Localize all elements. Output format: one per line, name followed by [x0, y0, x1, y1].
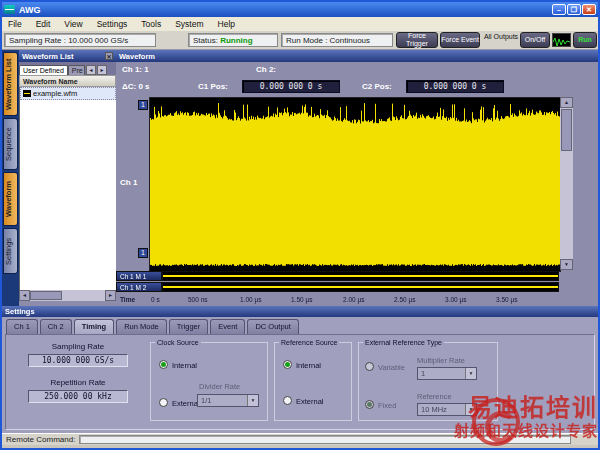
- run-mode-readout: Run Mode : Continuous: [281, 33, 393, 47]
- scroll-up-icon[interactable]: ▲: [560, 97, 573, 108]
- waveform-list-title: Waveform List: [22, 52, 73, 61]
- waveform-vscrollbar[interactable]: ▲ ▼: [560, 97, 573, 270]
- time-tick-2: 1.00 µs: [240, 296, 261, 303]
- reference-label: Reference: [417, 392, 452, 401]
- menu-settings[interactable]: Settings: [97, 19, 128, 29]
- waveform-list-tabs: User Defined Pre ◄ ►: [19, 62, 116, 75]
- sidebar-tab-sequence[interactable]: Sequence: [3, 118, 18, 170]
- sidebar-tab-settings[interactable]: Settings: [3, 228, 18, 274]
- c2-pos-field[interactable]: 0.000 000 0 s: [406, 80, 504, 93]
- fixed-label: Fixed: [378, 401, 396, 410]
- delta-cursor-readout: ΔC: 0 s: [122, 82, 150, 91]
- ch2-header-label: Ch 2:: [256, 65, 276, 74]
- time-axis-label: Time: [120, 296, 135, 303]
- time-tick-1: 500 ns: [188, 296, 208, 303]
- marker-strip-1: [162, 271, 559, 281]
- waveform-display[interactable]: [149, 97, 561, 272]
- run-button[interactable]: Run: [573, 32, 597, 48]
- tab-event[interactable]: Event: [210, 319, 245, 334]
- cursor-flag-top[interactable]: 1: [138, 100, 148, 110]
- menu-file[interactable]: File: [8, 19, 22, 29]
- reference-external-radio[interactable]: [283, 396, 292, 405]
- divider-rate-label: Divider Rate: [199, 382, 240, 391]
- reference-internal-label: Internal: [296, 361, 321, 370]
- force-event-button[interactable]: Force Event: [440, 32, 480, 48]
- waveform-list-hscrollbar[interactable]: ◄ ►: [19, 290, 116, 301]
- force-trigger-button[interactable]: Force Trigger: [396, 32, 438, 48]
- marker-row-label-1[interactable]: Ch 1 M 1: [116, 271, 162, 281]
- waveform-name-column-header[interactable]: Waveform Name: [19, 75, 116, 87]
- tab-scroll-left-icon[interactable]: ◄: [86, 65, 96, 75]
- marker-row-label-2[interactable]: Ch 1 M 2: [116, 282, 162, 292]
- awg-window: AWG – ❐ ✕ File Edit View Settings Tools …: [0, 0, 600, 450]
- menu-help[interactable]: Help: [218, 19, 235, 29]
- toolbar: Sampling Rate : 10.000 000 GS/s Status: …: [2, 31, 598, 50]
- waveform-list: example.wfm: [19, 87, 116, 290]
- menu-bar: File Edit View Settings Tools System Hel…: [2, 17, 598, 31]
- clock-internal-radio[interactable]: [159, 360, 168, 369]
- cursor-flag-bottom[interactable]: 1: [138, 248, 148, 258]
- time-tick-5: 2.50 µs: [394, 296, 415, 303]
- tab-ch2[interactable]: Ch 2: [40, 319, 72, 334]
- external-reference-type-legend: External Reference Type: [363, 339, 444, 346]
- divider-rate-value: 1/1: [198, 396, 247, 405]
- menu-edit[interactable]: Edit: [36, 19, 51, 29]
- reference-source-legend: Reference Source: [279, 339, 339, 346]
- list-item[interactable]: example.wfm: [20, 87, 116, 100]
- menu-system[interactable]: System: [175, 19, 203, 29]
- waveform-file-name: example.wfm: [33, 89, 77, 98]
- sidebar-tab-waveform[interactable]: Waveform: [3, 172, 18, 226]
- sampling-rate-label: Sampling Rate: [20, 342, 136, 351]
- sampling-rate-field[interactable]: 10.000 000 GS/s: [28, 354, 128, 367]
- dropdown-arrow-icon[interactable]: ▼: [465, 368, 476, 379]
- scroll-left-icon[interactable]: ◄: [19, 290, 30, 301]
- reference-dropdown[interactable]: 10 MHz ▼: [417, 403, 477, 416]
- dropdown-arrow-icon[interactable]: ▼: [247, 395, 258, 406]
- clock-internal-label: Internal: [172, 361, 197, 370]
- reference-source-group: Reference Source Internal External: [274, 339, 352, 421]
- time-tick-7: 3.50 µs: [496, 296, 517, 303]
- menu-view[interactable]: View: [64, 19, 82, 29]
- time-tick-6: 3.00 µs: [445, 296, 466, 303]
- status-label: Status:: [193, 36, 218, 45]
- tab-dc-output[interactable]: DC Output: [247, 319, 298, 334]
- hscroll-thumb[interactable]: [30, 291, 62, 300]
- minimize-icon[interactable]: –: [552, 4, 566, 15]
- tab-run-mode[interactable]: Run Mode: [116, 319, 167, 334]
- divider-rate-dropdown[interactable]: 1/1 ▼: [197, 394, 259, 407]
- c1-pos-label: C1 Pos:: [198, 82, 228, 91]
- all-outputs-on-off-button[interactable]: On/Off: [520, 32, 550, 48]
- app-icon: [4, 5, 15, 14]
- ch1-header-label: Ch 1: 1: [122, 65, 149, 74]
- panel-close-icon[interactable]: ✕: [105, 52, 113, 60]
- status-readout: Status: Running: [188, 33, 278, 47]
- variable-radio[interactable]: [365, 362, 374, 371]
- fixed-radio[interactable]: [365, 400, 374, 409]
- menu-tools[interactable]: Tools: [141, 19, 161, 29]
- status-value: Running: [220, 36, 252, 45]
- tab-trigger[interactable]: Trigger: [169, 319, 208, 334]
- reference-internal-radio[interactable]: [283, 360, 292, 369]
- tab-scroll-right-icon[interactable]: ►: [97, 65, 107, 75]
- tab-predefined[interactable]: Pre: [68, 65, 85, 75]
- waveform-monitor-icon[interactable]: [552, 33, 571, 47]
- multiplier-rate-dropdown[interactable]: 1 ▼: [417, 367, 477, 380]
- channel-label: Ch 1: [120, 178, 137, 187]
- vscroll-thumb[interactable]: [561, 109, 572, 151]
- tab-ch1[interactable]: Ch 1: [6, 319, 38, 334]
- waveform-panel-title-bar: Waveform: [116, 50, 598, 62]
- scroll-down-icon[interactable]: ▼: [560, 259, 573, 270]
- scroll-right-icon[interactable]: ►: [105, 290, 116, 301]
- time-tick-0: 0 s: [151, 296, 160, 303]
- settings-tabs: Ch 1 Ch 2 Timing Run Mode Trigger Event …: [6, 319, 299, 334]
- repetition-rate-field[interactable]: 250.000 00 kHz: [28, 390, 128, 403]
- c1-pos-field[interactable]: 0.000 000 0 s: [242, 80, 340, 93]
- tab-user-defined[interactable]: User Defined: [19, 65, 68, 75]
- close-icon[interactable]: ✕: [582, 4, 596, 15]
- repetition-rate-label: Repetition Rate: [20, 378, 136, 387]
- tab-timing[interactable]: Timing: [74, 319, 114, 334]
- maximize-icon[interactable]: ❐: [567, 4, 581, 15]
- window-title: AWG: [19, 5, 41, 15]
- clock-external-radio[interactable]: [159, 398, 168, 407]
- sidebar-tab-waveform-list[interactable]: Waveform List: [3, 52, 18, 116]
